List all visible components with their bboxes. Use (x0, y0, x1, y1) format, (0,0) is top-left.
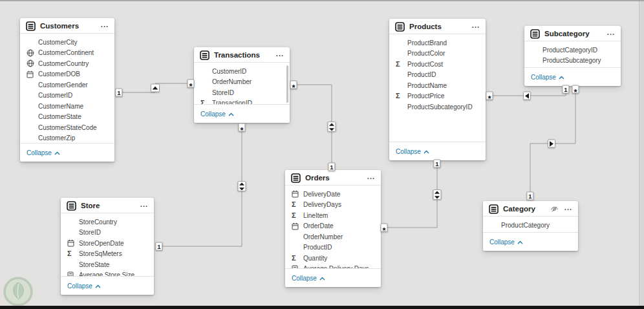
table-header[interactable]: Category ... (483, 201, 578, 217)
table-icon (67, 201, 76, 211)
sigma-icon: Σ (67, 250, 77, 258)
field-name: StoreID (79, 229, 101, 236)
table-header[interactable]: Transactions ... (194, 47, 290, 63)
card-footer: Collapse (61, 276, 154, 295)
cardinality-one-marker[interactable]: 1 (155, 242, 162, 251)
table-header[interactable]: Products ... (389, 19, 486, 34)
card-footer: Collapse (483, 232, 578, 251)
blank-icon (200, 89, 210, 97)
filter-direction-both-icon[interactable] (328, 122, 336, 132)
field-row[interactable]: OrderDate (285, 221, 381, 232)
field-row[interactable]: StoreState (61, 259, 154, 270)
table-icon (291, 173, 301, 183)
field-row[interactable]: StoreID (61, 228, 154, 239)
table-header[interactable]: Store ... (61, 198, 154, 213)
field-row[interactable]: ΣProductCost (389, 59, 486, 70)
table-card-customers[interactable]: Customers ... CustomerCityCustomerContin… (20, 18, 114, 162)
filter-direction-both-icon[interactable] (433, 189, 442, 200)
table-card-products[interactable]: Products ... ProductBrandProductColorΣPr… (389, 19, 486, 160)
cardinality-one-marker[interactable]: 1 (433, 160, 440, 168)
field-row[interactable]: CustomerState (20, 112, 114, 123)
collapse-button[interactable]: Collapse (531, 74, 564, 81)
blank-icon (531, 56, 541, 65)
field-row[interactable]: CustomerID (194, 66, 290, 77)
field-row[interactable]: ProductID (285, 242, 381, 253)
field-row[interactable]: ProductBrand (389, 37, 486, 48)
cardinality-many-marker[interactable]: * (290, 81, 297, 89)
table-card-subcategory[interactable]: Subcategory ... ProductCategoryIDProduct… (524, 26, 621, 86)
field-name: CustomerDOB (38, 70, 80, 78)
field-row[interactable]: ProductSubcategoryID (389, 101, 486, 112)
field-row[interactable]: ProductColor (389, 48, 486, 59)
cardinality-many-marker[interactable]: * (187, 80, 194, 88)
field-row[interactable]: CustomerContinent (20, 48, 114, 59)
field-row[interactable]: CustomerID (20, 91, 114, 101)
cardinality-many-marker[interactable]: * (572, 85, 579, 94)
filter-direction-right-icon[interactable] (548, 140, 555, 148)
collapse-button[interactable]: Collapse (67, 282, 101, 290)
field-row[interactable]: CustomerCity (20, 37, 114, 48)
cardinality-many-marker[interactable]: * (380, 224, 387, 232)
chevron-up-icon (228, 112, 234, 116)
cardinality-one-marker[interactable]: 1 (115, 89, 122, 97)
table-header[interactable]: Subcategory ... (524, 26, 621, 41)
card-footer: Collapse (524, 67, 621, 86)
more-options-button[interactable]: ... (276, 52, 284, 59)
field-name: StoreOpenDate (79, 240, 124, 247)
table-card-category[interactable]: Category ... ProductCategoryProductCateg… (483, 201, 578, 251)
chevron-up-icon (517, 240, 523, 244)
table-header[interactable]: Customers ... (20, 18, 114, 34)
more-options-button[interactable]: ... (607, 30, 615, 37)
field-row[interactable]: ProductCategoryID (524, 45, 621, 56)
cardinality-one-marker[interactable]: 1 (328, 163, 335, 171)
filter-direction-up-icon[interactable] (151, 84, 160, 92)
more-options-button[interactable]: ... (564, 206, 572, 213)
table-card-store[interactable]: Store ... StoreCountryStoreIDStoreOpenDa… (61, 198, 154, 295)
field-name: ProductName (407, 82, 447, 89)
field-row[interactable]: CustomerName (20, 101, 114, 112)
field-row[interactable]: CustomerDOB (20, 69, 114, 80)
collapse-button[interactable]: Collapse (292, 275, 325, 282)
field-row[interactable]: DeliveryDate (285, 189, 381, 200)
field-row[interactable]: ProductName (389, 80, 486, 91)
hidden-eye-icon[interactable] (550, 206, 559, 213)
table-card-orders[interactable]: Orders ... DeliveryDateΣDeliveryDaysΣLin… (285, 170, 381, 287)
table-card-transactions[interactable]: Transactions ... CustomerIDOrderNumberSt… (194, 47, 290, 123)
table-header[interactable]: Orders ... (285, 170, 381, 186)
sigma-icon: Σ (292, 254, 301, 262)
field-row[interactable]: OrderNumber (194, 77, 290, 88)
cardinality-many-marker[interactable]: * (486, 92, 493, 100)
cardinality-many-marker[interactable]: * (238, 123, 245, 132)
field-row[interactable]: ΣStoreSqMeters (61, 249, 154, 260)
field-row[interactable]: StoreID (194, 87, 290, 98)
blank-icon (67, 228, 77, 237)
collapse-button[interactable]: Collapse (200, 111, 234, 118)
more-options-button[interactable]: ... (101, 23, 109, 30)
field-row[interactable]: ProductSubcategory (524, 56, 621, 67)
cardinality-one-marker[interactable]: 1 (526, 192, 533, 200)
more-options-button[interactable]: ... (472, 23, 480, 30)
field-row[interactable]: CustomerZip (20, 133, 114, 144)
field-row[interactable]: ΣLineItem (285, 210, 381, 221)
filter-direction-left-icon[interactable] (523, 92, 531, 100)
field-row[interactable]: OrderNumber (285, 231, 381, 242)
cardinality-one-marker[interactable]: 1 (562, 85, 569, 94)
field-row[interactable]: CustomerGender (20, 80, 114, 91)
more-options-button[interactable]: ... (140, 202, 148, 209)
field-row[interactable]: CustomerCountry (20, 58, 114, 69)
field-row[interactable]: ProductCategory (483, 220, 578, 231)
collapse-button[interactable]: Collapse (396, 148, 429, 155)
field-row[interactable]: ΣDeliveryDays (285, 200, 381, 211)
field-row[interactable]: StoreOpenDate (61, 238, 154, 249)
filter-direction-both-icon[interactable] (238, 181, 246, 191)
collapse-button[interactable]: Collapse (489, 239, 523, 246)
field-name: ProductSubcategory (542, 57, 601, 64)
field-row[interactable]: StoreCountry (61, 217, 154, 228)
collapse-button[interactable]: Collapse (27, 149, 60, 156)
table-scrollbar[interactable] (286, 65, 288, 103)
field-row[interactable]: CustomerStateCode (20, 122, 114, 133)
field-row[interactable]: ProductID (389, 70, 486, 81)
field-row[interactable]: ΣQuantity (285, 253, 381, 264)
more-options-button[interactable]: ... (367, 175, 375, 182)
field-row[interactable]: ΣProductPrice (389, 91, 486, 102)
